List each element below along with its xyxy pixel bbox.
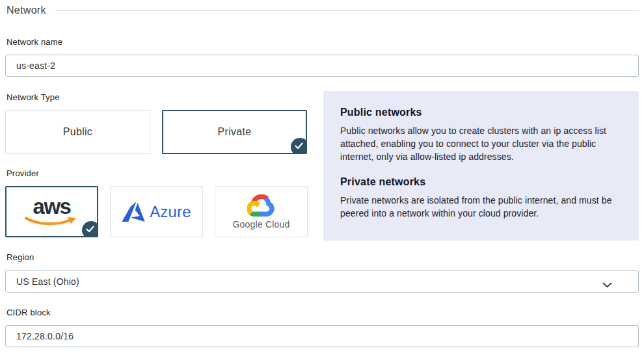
azure-logo-text: Azure — [150, 203, 191, 221]
network-name-input[interactable] — [5, 55, 639, 77]
azure-a-icon — [122, 202, 145, 222]
cidr-label: CIDR block — [7, 308, 639, 317]
provider-option-aws[interactable]: aws — [5, 186, 98, 237]
info-body: Public networks allow you to create clus… — [340, 124, 622, 163]
aws-logo-icon: aws — [23, 197, 81, 228]
cidr-group: CIDR block — [5, 308, 639, 347]
network-info-panel: Public networks Public networks allow yo… — [323, 91, 639, 241]
region-group: Region US East (Ohio) — [5, 252, 639, 293]
provider-option-azure[interactable]: Azure — [110, 186, 203, 237]
google-cloud-logo-text: Google Cloud — [232, 219, 289, 230]
network-form: Network Network name Network Type Public… — [0, 0, 644, 357]
provider-option-google-cloud[interactable]: Google Cloud — [215, 186, 308, 237]
info-section-private: Private networks Private networks are is… — [340, 176, 622, 220]
check-icon — [82, 221, 98, 237]
network-type-option-public[interactable]: Public — [5, 110, 150, 154]
network-name-group: Network name — [5, 37, 639, 77]
region-label: Region — [7, 252, 639, 262]
network-type-option-private[interactable]: Private — [162, 110, 307, 154]
chevron-down-icon — [602, 280, 612, 290]
google-cloud-logo-icon: Google Cloud — [232, 194, 289, 230]
network-name-label: Network name — [7, 37, 639, 47]
info-heading: Private networks — [340, 176, 622, 188]
google-cloud-icon — [247, 194, 275, 217]
check-icon — [291, 138, 307, 154]
info-heading: Public networks — [340, 107, 622, 118]
region-select[interactable]: US East (Ohio) — [5, 270, 639, 293]
cidr-input[interactable] — [5, 325, 639, 347]
info-section-public: Public networks Public networks allow yo… — [340, 107, 622, 163]
region-selected-value: US East (Ohio) — [16, 276, 79, 287]
aws-logo-text: aws — [33, 197, 71, 217]
section-divider — [55, 10, 639, 11]
network-type-option-label: Public — [63, 126, 92, 138]
section-header: Network — [7, 5, 639, 16]
info-body: Private networks are isolated from the p… — [340, 194, 622, 220]
aws-smile-icon — [23, 217, 81, 228]
network-type-option-label: Private — [218, 126, 252, 138]
page-title: Network — [7, 5, 46, 16]
azure-logo-icon: Azure — [122, 202, 191, 222]
